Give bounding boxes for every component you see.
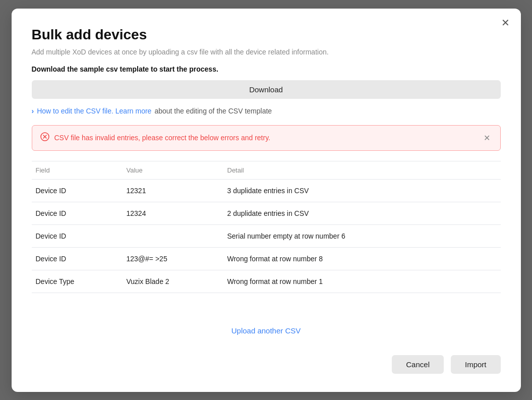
learn-more-link[interactable]: How to edit the CSV file. Learn more [37, 107, 151, 115]
col-header-field: Field [32, 161, 123, 180]
cell-field: Device Type [32, 270, 123, 293]
error-message: CSV file has invalid entries, please cor… [54, 134, 271, 142]
error-table-container: Field Value Detail Device ID123213 dupli… [32, 161, 501, 315]
upload-link-row: Upload another CSV [32, 315, 501, 340]
modal-footer: Cancel Import [32, 340, 501, 374]
download-instruction: Download the sample csv template to star… [32, 65, 501, 73]
cell-field: Device ID [32, 224, 123, 247]
cell-detail: Wrong format at row number 1 [223, 270, 501, 293]
modal-subtitle: Add multiple XoD devices at once by uplo… [32, 48, 501, 56]
table-row: Device ID123@#= >25Wrong format at row n… [32, 247, 501, 270]
cell-detail: 2 duplidate entries in CSV [223, 202, 501, 224]
cell-detail: Wrong format at row number 8 [223, 247, 501, 270]
table-row: Device ID123213 duplidate entries in CSV [32, 179, 501, 202]
cell-field: Device ID [32, 247, 123, 270]
upload-another-csv-link[interactable]: Upload another CSV [231, 326, 301, 335]
learn-more-suffix: about the editing of the CSV template [154, 107, 272, 115]
modal-overlay: ✕ Bulk add devices Add multiple XoD devi… [0, 0, 532, 400]
cancel-button[interactable]: Cancel [392, 355, 444, 374]
table-row: Device IDSerial number empty at row numb… [32, 224, 501, 247]
modal-title: Bulk add devices [32, 27, 501, 43]
table-body: Device ID123213 duplidate entries in CSV… [32, 179, 501, 293]
cell-value: 12321 [123, 179, 223, 202]
cell-value: 123@#= >25 [123, 247, 223, 270]
cell-field: Device ID [32, 202, 123, 224]
table-header-row: Field Value Detail [32, 161, 501, 180]
error-table: Field Value Detail Device ID123213 dupli… [32, 161, 501, 293]
cell-value: Vuzix Blade 2 [123, 270, 223, 293]
close-button[interactable]: ✕ [501, 18, 510, 28]
cell-detail: Serial number empty at row number 6 [223, 224, 501, 247]
cell-value: 12324 [123, 202, 223, 224]
error-banner-content: CSV file has invalid entries, please cor… [40, 132, 271, 144]
cell-detail: 3 duplidate entries in CSV [223, 179, 501, 202]
cell-value [123, 224, 223, 247]
import-button[interactable]: Import [451, 355, 501, 374]
error-close-button[interactable]: ✕ [482, 133, 492, 143]
error-circle-icon [40, 132, 49, 144]
learn-more-row: › How to edit the CSV file. Learn more a… [32, 107, 501, 115]
download-button[interactable]: Download [32, 80, 501, 99]
table-row: Device ID123242 duplidate entries in CSV [32, 202, 501, 224]
table-row: Device TypeVuzix Blade 2Wrong format at … [32, 270, 501, 293]
bulk-add-modal: ✕ Bulk add devices Add multiple XoD devi… [12, 9, 521, 392]
cell-field: Device ID [32, 179, 123, 202]
chevron-right-icon: › [32, 107, 34, 115]
col-header-detail: Detail [223, 161, 501, 180]
error-banner: CSV file has invalid entries, please cor… [32, 125, 501, 151]
col-header-value: Value [123, 161, 223, 180]
